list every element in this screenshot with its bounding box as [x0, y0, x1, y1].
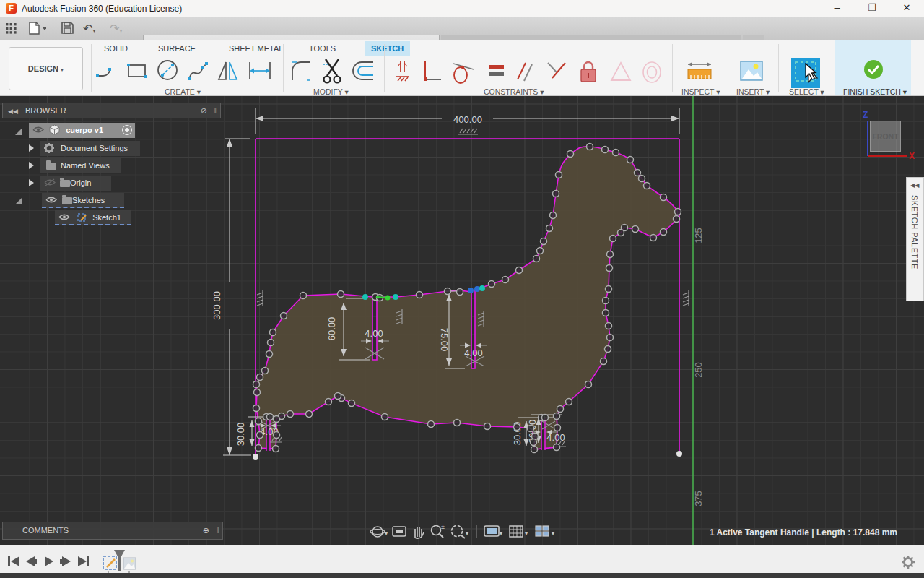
measure-tool-icon[interactable] [686, 61, 713, 87]
dim-slot1-width-label[interactable]: 4.00 [365, 328, 383, 339]
model-canvas[interactable]: 125 250 375 [0, 96, 924, 545]
expand-panel-icon[interactable]: ◀◀ [910, 182, 919, 189]
app-grid-icon[interactable] [6, 23, 17, 37]
browser-row-document-settings[interactable]: Document Settings [40, 141, 140, 156]
constraint-horizontal-vertical-icon[interactable] [421, 59, 443, 87]
eye-icon[interactable] [45, 196, 57, 204]
file-menu-icon[interactable] [29, 22, 46, 38]
browser-row-label[interactable]: Sketch1 [92, 213, 121, 222]
sketch-palette-tab[interactable]: ◀◀ SKETCH PALETTE [906, 177, 924, 301]
browser-row-sketch1[interactable]: Sketch1 [55, 210, 131, 225]
inspect-group-label[interactable]: INSPECT ▾ [681, 87, 720, 96]
tab-sketch[interactable]: SKETCH [365, 41, 410, 56]
browser-row-sketches[interactable]: Sketches [42, 193, 124, 208]
view-cube-front-face[interactable]: FRONT [870, 121, 901, 152]
tab-solid[interactable]: SOLID [104, 41, 128, 56]
minimize-button[interactable]: – [823, 0, 852, 17]
insert-group-label[interactable]: INSERT ▾ [736, 87, 770, 96]
zoom-window-icon[interactable]: ▾ [449, 523, 471, 540]
grid-snap-icon[interactable]: ▾ [507, 523, 531, 540]
expand-triangle-icon[interactable] [15, 129, 22, 135]
sketch-dimension-tool-icon[interactable] [247, 59, 273, 85]
create-group-label[interactable]: CREATE ▾ [165, 87, 201, 96]
display-settings-icon[interactable]: ▾ [483, 523, 505, 540]
save-icon[interactable] [61, 22, 74, 37]
dim-slot2-width-label[interactable]: 4.00 [464, 348, 482, 358]
view-cube[interactable]: Z FRONT X [863, 103, 920, 161]
browser-row-label[interactable]: Sketches [72, 196, 105, 204]
eye-icon[interactable] [58, 213, 70, 221]
activate-component-radio[interactable] [122, 125, 132, 135]
arc-tool-icon[interactable] [95, 59, 118, 85]
constraint-fix-icon[interactable] [578, 59, 599, 88]
finish-sketch-panel[interactable]: FINISH SKETCH ▾ [835, 40, 911, 95]
expand-triangle-icon[interactable] [15, 198, 22, 204]
expand-arrow-icon[interactable] [29, 144, 34, 152]
timeline-sketch-item[interactable] [103, 556, 116, 569]
eye-hidden-icon[interactable] [44, 178, 56, 186]
dim-leg-right-width-label[interactable]: 4.00 [546, 432, 565, 443]
mirror-tool-icon[interactable] [217, 59, 240, 87]
browser-panel-header[interactable]: ◀◀ BROWSER ⊘ ‖ [2, 103, 221, 118]
dim-width-label[interactable]: 400.00 [453, 114, 482, 125]
constraint-parallel-icon[interactable] [513, 59, 536, 87]
constraint-midpoint-icon[interactable] [609, 59, 633, 87]
modify-group-label[interactable]: MODIFY ▾ [313, 87, 349, 96]
timeline-items[interactable] [102, 548, 139, 577]
collapse-panel-icon[interactable]: ◀◀ [8, 108, 18, 115]
constraint-vertical-icon[interactable] [393, 59, 412, 87]
browser-row-label[interactable]: Document Settings [61, 144, 128, 152]
sketch-endpoint[interactable] [676, 451, 682, 457]
restore-button[interactable]: ❐ [858, 0, 886, 17]
constraints-group-label[interactable]: CONSTRAINTS ▾ [484, 87, 544, 96]
constraint-tangent-icon[interactable] [450, 59, 475, 88]
viewports-icon[interactable]: ▾ [533, 523, 558, 540]
tab-sheet-metal[interactable]: SHEET METAL [229, 41, 283, 56]
expand-arrow-icon[interactable] [29, 179, 34, 186]
tab-surface[interactable]: SURFACE [158, 41, 196, 56]
workspace-selector[interactable]: DESIGN ▾ [9, 47, 83, 90]
panel-minus-icon[interactable]: ⊘ [201, 103, 207, 118]
title-bar: F Autodesk Fusion 360 (Education License… [0, 0, 924, 17]
browser-root-label[interactable]: cuerpo v1 [66, 126, 103, 134]
redo-icon[interactable]: ↷▾ [110, 22, 122, 35]
sketch-geometry: 125 250 375 [0, 96, 924, 545]
insert-image-icon[interactable] [739, 59, 764, 85]
dog-profile-spline[interactable] [256, 147, 678, 449]
panel-grip-icon[interactable]: ‖ [213, 103, 217, 118]
circle-tool-icon[interactable] [155, 58, 181, 87]
constraint-equal-icon[interactable] [487, 59, 507, 85]
add-comment-icon[interactable]: ⊕ [203, 522, 209, 539]
comments-bar[interactable]: COMMENTS ⊕ ‖ [2, 522, 223, 540]
tab-tools[interactable]: TOOLS [309, 41, 336, 56]
sketch-endpoint[interactable] [253, 454, 258, 460]
pan-icon[interactable] [410, 523, 426, 540]
zoom-icon[interactable]: ± [429, 523, 446, 540]
rectangle-tool-icon[interactable] [125, 59, 149, 85]
orbit-icon[interactable]: ▾ [370, 523, 388, 540]
browser-row-named-views[interactable]: Named Views [40, 158, 121, 173]
browser-row-origin[interactable]: Origin [40, 176, 111, 191]
spline-tool-icon[interactable] [186, 59, 211, 88]
undo-icon[interactable]: ↶▾ [83, 22, 95, 35]
browser-row-label[interactable]: Origin [70, 178, 91, 187]
constraint-perpendicular-icon[interactable] [545, 59, 568, 87]
timeline-playback-controls[interactable] [7, 555, 94, 569]
dim-leg-left-depth-label[interactable]: 30.00 [235, 423, 246, 447]
select-group-label[interactable]: SELECT ▾ [789, 87, 824, 96]
settings-gear-icon[interactable] [902, 556, 916, 570]
eye-icon[interactable] [32, 126, 44, 134]
close-button[interactable]: ✕ [892, 0, 921, 17]
panel-grip-icon[interactable]: ‖ [216, 522, 219, 539]
dim-slot2-depth-label[interactable]: 75.00 [439, 328, 450, 352]
dim-height-label[interactable]: 300.00 [212, 291, 222, 320]
look-at-icon[interactable] [391, 523, 407, 540]
constraint-concentric-icon[interactable] [640, 59, 664, 88]
fillet-tool-icon[interactable] [289, 59, 313, 87]
browser-row-label[interactable]: Named Views [61, 161, 110, 170]
expand-arrow-icon[interactable] [29, 162, 34, 169]
trim-tool-icon[interactable] [320, 57, 346, 87]
offset-tool-icon[interactable] [352, 59, 376, 85]
dim-slot1-depth-label[interactable]: 60.00 [326, 317, 337, 341]
browser-row-root[interactable]: cuerpo v1 [29, 123, 135, 138]
